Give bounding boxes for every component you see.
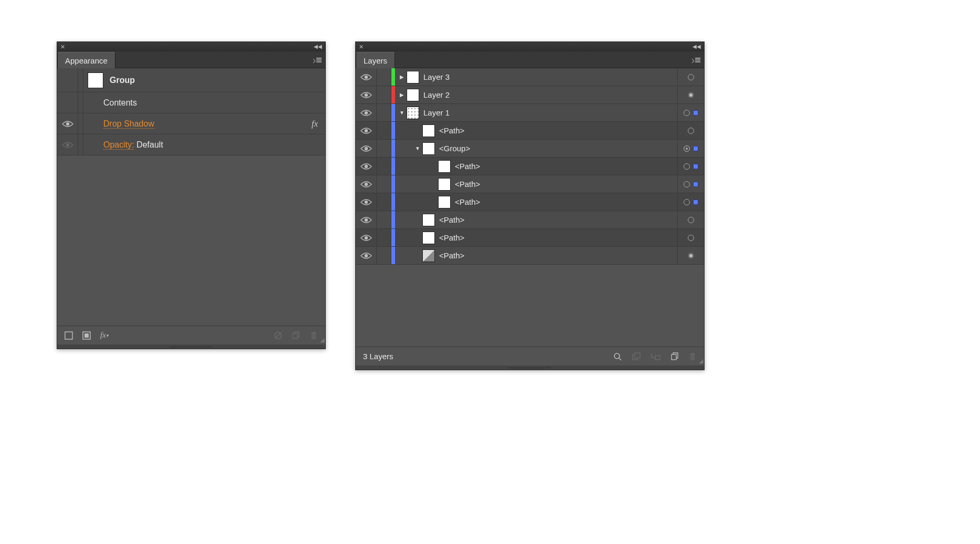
layer-target[interactable] <box>678 247 704 264</box>
layer-hierarchy[interactable]: ▼<Group> <box>391 140 678 157</box>
gripper[interactable] <box>356 365 704 370</box>
new-fill-icon[interactable] <box>82 331 91 340</box>
selection-indicator-icon[interactable] <box>693 164 698 169</box>
layer-label[interactable]: <Path> <box>439 233 464 242</box>
target-icon[interactable] <box>688 92 694 98</box>
layer-target[interactable] <box>678 158 704 175</box>
resize-corner-icon[interactable]: ◢ <box>320 337 324 343</box>
lock-toggle[interactable] <box>377 175 391 193</box>
selection-indicator-icon[interactable] <box>693 110 698 116</box>
target-icon[interactable] <box>688 128 694 134</box>
duplicate-item-icon[interactable] <box>292 331 300 340</box>
selection-indicator-icon[interactable] <box>693 182 698 187</box>
target-icon[interactable] <box>688 235 694 241</box>
delete-item-icon[interactable] <box>310 331 318 340</box>
tab-layers[interactable]: Layers <box>356 52 395 68</box>
visibility-toggle[interactable] <box>356 122 377 139</box>
target-icon[interactable] <box>684 181 690 187</box>
layer-row[interactable]: <Path> <box>356 122 704 140</box>
layer-hierarchy[interactable]: ▶Layer 2 <box>391 86 678 103</box>
layer-hierarchy[interactable]: ▶Layer 3 <box>391 68 678 86</box>
visibility-toggle[interactable] <box>356 140 377 157</box>
target-icon[interactable] <box>688 253 694 259</box>
new-stroke-icon[interactable] <box>65 331 73 340</box>
target-icon[interactable] <box>688 217 694 223</box>
visibility-icon[interactable] <box>62 141 73 149</box>
close-icon[interactable]: ✕ <box>359 44 364 50</box>
layer-target[interactable] <box>678 86 704 103</box>
layer-row[interactable]: ▶Layer 2 <box>356 86 704 104</box>
target-icon[interactable] <box>684 145 690 152</box>
layer-hierarchy[interactable]: <Path> <box>391 158 678 175</box>
layer-row[interactable]: ▼<Group> <box>356 140 704 158</box>
add-effect-icon[interactable]: fx▾ <box>100 331 109 340</box>
appearance-opacity-row[interactable]: Opacity: Default <box>57 134 325 155</box>
visibility-toggle[interactable] <box>356 158 377 175</box>
selection-indicator-icon[interactable] <box>693 146 698 151</box>
layer-row[interactable]: <Path> <box>356 247 704 265</box>
layer-label[interactable]: Layer 1 <box>423 108 450 117</box>
layer-row[interactable]: <Path> <box>356 229 704 247</box>
layer-row[interactable]: <Path> <box>356 193 704 211</box>
appearance-contents-row[interactable]: Contents <box>57 92 325 113</box>
fx-icon[interactable]: fx <box>312 119 318 129</box>
layer-row[interactable]: <Path> <box>356 158 704 175</box>
lock-toggle[interactable] <box>377 211 391 228</box>
effect-label[interactable]: Drop Shadow <box>103 119 312 129</box>
layer-hierarchy[interactable]: <Path> <box>391 229 678 246</box>
layer-target[interactable] <box>678 193 704 211</box>
panel-menu-button[interactable] <box>313 57 322 63</box>
collapse-icon[interactable]: ◀◀ <box>314 44 322 49</box>
disclosure-triangle-icon[interactable]: ▶ <box>397 74 407 80</box>
layer-label[interactable]: <Path> <box>439 251 464 260</box>
layer-label[interactable]: <Path> <box>439 126 464 135</box>
layer-target[interactable] <box>678 140 704 157</box>
layer-hierarchy[interactable]: <Path> <box>391 211 678 228</box>
layer-hierarchy[interactable]: ▼Layer 1 <box>391 104 678 121</box>
make-clipping-mask-icon[interactable] <box>632 352 641 361</box>
layer-row[interactable]: <Path> <box>356 175 704 193</box>
visibility-icon[interactable] <box>62 120 73 128</box>
gripper[interactable] <box>57 344 325 349</box>
lock-toggle[interactable] <box>377 229 391 246</box>
lock-toggle[interactable] <box>377 158 391 175</box>
layer-target[interactable] <box>678 211 704 228</box>
target-icon[interactable] <box>684 163 690 170</box>
new-layer-icon[interactable] <box>670 352 679 361</box>
layer-label[interactable]: Layer 2 <box>423 90 450 99</box>
layer-row[interactable]: ▼Layer 1 <box>356 104 704 122</box>
close-icon[interactable]: ✕ <box>60 44 65 50</box>
target-icon[interactable] <box>684 199 690 205</box>
delete-layer-icon[interactable] <box>688 352 697 361</box>
disclosure-triangle-icon[interactable]: ▼ <box>397 110 407 116</box>
clear-appearance-icon[interactable] <box>274 331 282 340</box>
disclosure-triangle-icon[interactable]: ▼ <box>413 145 422 151</box>
visibility-toggle[interactable] <box>356 68 377 86</box>
target-icon[interactable] <box>684 110 690 116</box>
layer-hierarchy[interactable]: <Path> <box>391 193 678 211</box>
visibility-toggle[interactable] <box>356 247 377 264</box>
layer-label[interactable]: <Path> <box>439 215 464 224</box>
layer-target[interactable] <box>678 104 704 121</box>
lock-toggle[interactable] <box>377 86 391 103</box>
collapse-icon[interactable]: ◀◀ <box>693 44 701 49</box>
visibility-toggle[interactable] <box>356 229 377 246</box>
lock-toggle[interactable] <box>377 193 391 211</box>
new-sublayer-icon[interactable] <box>651 352 661 361</box>
resize-corner-icon[interactable]: ◢ <box>699 358 703 364</box>
visibility-toggle[interactable] <box>356 86 377 103</box>
visibility-toggle[interactable] <box>356 175 377 193</box>
layer-hierarchy[interactable]: <Path> <box>391 247 678 264</box>
locate-object-icon[interactable] <box>613 352 622 361</box>
disclosure-triangle-icon[interactable]: ▶ <box>397 92 407 98</box>
appearance-effect-row[interactable]: Drop Shadow fx <box>57 113 325 134</box>
visibility-toggle[interactable] <box>356 193 377 211</box>
tab-appearance[interactable]: Appearance <box>57 52 115 68</box>
layer-target[interactable] <box>678 122 704 139</box>
appearance-selection-row[interactable]: Group <box>57 68 325 92</box>
layer-target[interactable] <box>678 229 704 246</box>
layer-label[interactable]: <Path> <box>455 162 480 171</box>
lock-toggle[interactable] <box>377 247 391 264</box>
lock-toggle[interactable] <box>377 122 391 139</box>
visibility-toggle[interactable] <box>356 211 377 228</box>
